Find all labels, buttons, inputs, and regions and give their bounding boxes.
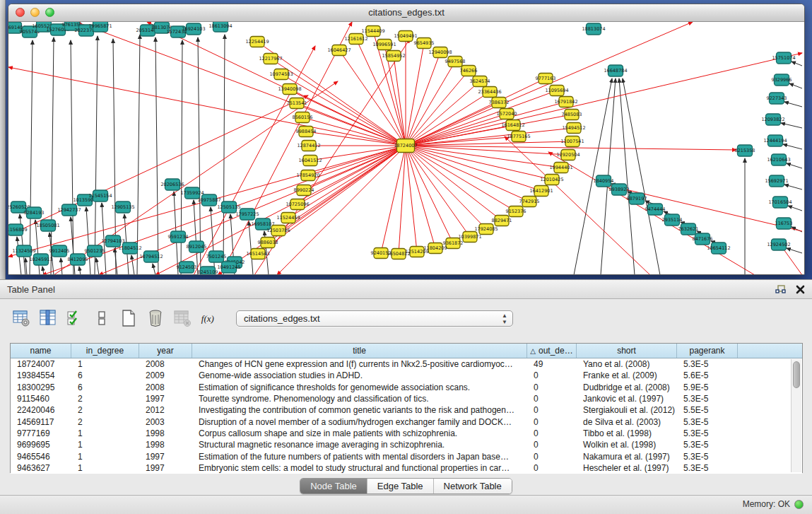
graph-node[interactable]: 10794512: [139, 251, 163, 262]
graph-node[interactable]: 8912045: [187, 241, 207, 252]
graph-node[interactable]: 9591234: [168, 231, 189, 243]
graph-node[interactable]: 9329966: [772, 74, 792, 86]
delete-trash-icon[interactable]: [146, 308, 165, 328]
graph-node[interactable]: 9240152: [371, 248, 392, 259]
table-column-icon[interactable]: [38, 308, 58, 328]
graph-node[interactable]: 746266: [460, 66, 478, 76]
select-checklist-icon[interactable]: [65, 308, 85, 328]
graph-node[interactable]: 17924085: [474, 224, 498, 235]
graph-node[interactable]: 9501235: [85, 245, 105, 257]
window-titlebar[interactable]: citations_edges.txt: [8, 4, 804, 22]
float-panel-icon[interactable]: [774, 283, 787, 296]
graph-node[interactable]: 7513541: [287, 98, 307, 109]
graph-node[interactable]: 8829471: [492, 216, 512, 226]
column-header-year[interactable]: year: [139, 344, 192, 358]
graph-node[interactable]: 1572040: [497, 109, 517, 119]
graph-node[interactable]: 17957225: [235, 209, 259, 220]
graph-node[interactable]: 12254419: [245, 37, 269, 47]
graph-node[interactable]: 16046427: [327, 45, 351, 56]
table-row[interactable]: 911546021997Tourette syndrome. Phenomeno…: [11, 393, 802, 404]
graph-node[interactable]: 12217967: [259, 54, 282, 64]
graph-node[interactable]: 18724007: [394, 139, 417, 153]
close-panel-icon[interactable]: [794, 283, 806, 296]
graph-node[interactable]: 15854952: [382, 51, 405, 62]
graph-node[interactable]: 18613094: [208, 22, 232, 32]
graph-node[interactable]: 9886038: [258, 238, 278, 248]
graph-node[interactable]: 12940098: [428, 47, 452, 58]
graph-node[interactable]: 9152376: [506, 206, 526, 217]
graph-node[interactable]: 7386372: [489, 98, 510, 108]
graph-node[interactable]: 12874412: [297, 141, 320, 151]
graph-node[interactable]: 116753: [775, 218, 793, 229]
table-row[interactable]: 1456911722003Disruption of a novel membe…: [11, 416, 802, 427]
graph-node[interactable]: 9497568: [445, 57, 466, 67]
graph-node[interactable]: 9654935: [414, 38, 435, 49]
graph-node[interactable]: 3624574: [470, 76, 490, 87]
graph-node[interactable]: 16412901: [529, 186, 553, 197]
graph-node[interactable]: 2935114: [662, 214, 683, 226]
graph-node[interactable]: 16791842: [554, 97, 577, 107]
table-row[interactable]: 969969511998Structural magnetic resonanc…: [11, 439, 802, 450]
graph-node[interactable]: 9474444: [645, 204, 666, 215]
graph-node[interactable]: 8560156: [293, 112, 313, 123]
graph-node[interactable]: 16041512: [298, 156, 322, 166]
graph-node[interactable]: 9227343: [767, 93, 787, 104]
graph-node[interactable]: 11007541: [560, 136, 584, 147]
graph-node[interactable]: 19944401: [549, 163, 572, 173]
graph-node[interactable]: 8990224: [294, 185, 314, 196]
graph-node[interactable]: 11095694: [545, 86, 568, 96]
graph-canvas[interactable]: 2069140690557411605528715276082976135620…: [8, 22, 804, 274]
graph-node[interactable]: 1840954: [594, 175, 614, 187]
graph-node[interactable]: 11524459: [276, 213, 300, 223]
graph-node[interactable]: 11804512: [118, 243, 141, 254]
rows-toggle-icon[interactable]: [92, 308, 112, 328]
graph-node[interactable]: 8471676: [693, 233, 713, 245]
table-row[interactable]: 2242004622012Investigating the contribut…: [11, 404, 802, 416]
graph-node[interactable]: 10725096: [286, 199, 309, 210]
column-header-short[interactable]: short: [577, 344, 677, 358]
graph-node[interactable]: 16648784: [604, 65, 627, 76]
table-row[interactable]: 977716911998Corpus callosum shape and si…: [11, 428, 802, 439]
graph-node[interactable]: 15494512: [562, 123, 585, 134]
function-builder-icon[interactable]: f(x): [199, 308, 219, 328]
graph-node[interactable]: 7632621: [678, 223, 699, 235]
graph-node[interactable]: 17854920: [296, 170, 319, 181]
table-selector-dropdown[interactable]: citations_edges.txt▲▼: [236, 310, 513, 327]
scrollbar-thumb[interactable]: [793, 361, 800, 388]
graph-node[interactable]: 7742915: [519, 197, 540, 207]
graph-node[interactable]: 23364436: [478, 87, 501, 98]
new-document-icon[interactable]: [119, 308, 139, 328]
graph-node[interactable]: 6879197: [627, 193, 647, 204]
graph-node[interactable]: 12161612: [344, 34, 367, 45]
graph-node[interactable]: 7485083: [562, 110, 582, 120]
tab-node-table[interactable]: Node Table: [300, 479, 367, 493]
graph-node[interactable]: 9124503: [177, 262, 197, 273]
column-header-in_degree[interactable]: in_degree: [71, 344, 139, 358]
graph-node[interactable]: 9912405: [49, 245, 70, 257]
table-disabled-icon[interactable]: [172, 308, 192, 328]
column-header-pagerank[interactable]: pagerank: [677, 344, 738, 358]
table-row[interactable]: 946362711997Embryonic stem cells: a mode…: [11, 462, 802, 474]
column-header-out_degree[interactable]: △out_de…: [527, 344, 577, 358]
graph-node[interactable]: 8412095: [68, 254, 88, 265]
table-row[interactable]: 1872400712008Changes of HCN gene express…: [11, 358, 802, 370]
table-row[interactable]: 1938455462009Genome-wide association stu…: [11, 370, 802, 381]
column-header-title[interactable]: title: [192, 344, 527, 358]
graph-node[interactable]: 11156809: [8, 224, 28, 235]
graph-node[interactable]: 7501245: [206, 251, 227, 262]
graph-node[interactable]: 9777163: [536, 74, 556, 84]
network-view[interactable]: 2069140690557411605528715276082976135620…: [8, 22, 804, 274]
graph-node[interactable]: 11544409: [361, 26, 384, 37]
graph-node[interactable]: 10245913: [29, 254, 52, 265]
graph-node[interactable]: 9988454: [296, 127, 317, 137]
graph-node[interactable]: 12942737: [57, 204, 81, 216]
graph-node[interactable]: 9284193: [24, 207, 45, 218]
graph-node[interactable]: 12010425: [540, 175, 563, 185]
table-settings-icon[interactable]: [11, 308, 31, 328]
table-row[interactable]: 946554611997Estimation of the future num…: [11, 450, 802, 462]
graph-node[interactable]: 10654112: [707, 243, 730, 254]
vertical-scrollbar[interactable]: [791, 359, 801, 472]
table-row[interactable]: 1830029562008Estimation of significance …: [11, 382, 802, 393]
column-header-name[interactable]: name: [11, 344, 71, 358]
tab-network-table[interactable]: Network Table: [434, 479, 512, 493]
